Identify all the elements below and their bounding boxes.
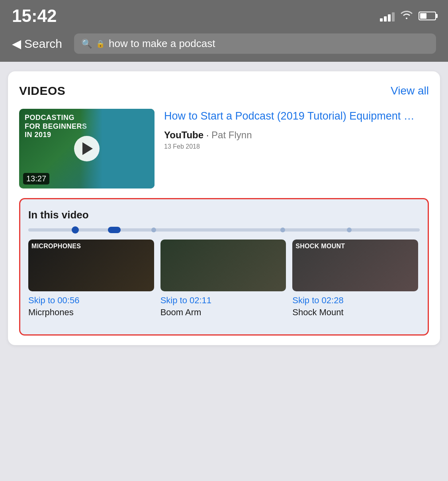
nav-bar: ◀ Search 🔍 🔒 how to make a podcast <box>0 29 448 62</box>
clip-thumbnail-boom[interactable] <box>160 240 286 291</box>
play-triangle-icon <box>82 142 93 155</box>
back-button[interactable]: ◀ Search <box>12 37 62 51</box>
status-icons <box>380 10 436 23</box>
video-duration: 13:27 <box>23 173 49 185</box>
status-bar: 15:42 <box>0 0 448 29</box>
main-video-item: PODCASTINGFOR BEGINNERSin 2019 13:27 How… <box>19 109 429 188</box>
clip-skip-boom[interactable]: Skip to 02:11 <box>160 295 286 306</box>
play-button[interactable] <box>74 136 100 161</box>
in-this-video-section: In this video MICROPHONES S <box>19 198 429 336</box>
progress-dot-4 <box>280 228 285 232</box>
clip-item-microphones: MICROPHONES Skip to 00:56 Micrphones <box>28 240 154 326</box>
clips-row: MICROPHONES Skip to 00:56 Micrphones Ski… <box>28 240 420 326</box>
main-content: VIDEOS View all PODCASTINGFOR BEGINNERSi… <box>0 62 448 355</box>
video-title[interactable]: How to Start a Podcast (2019 Tutorial) E… <box>164 109 429 124</box>
clip-item-boom: Skip to 02:11 Boom Arm <box>160 240 286 326</box>
clip-item-shock: SHOCK MOUNT Skip to 02:28 Shock Mount <box>292 240 418 326</box>
wifi-icon <box>400 10 413 23</box>
videos-card: VIDEOS View all PODCASTINGFOR BEGINNERSi… <box>8 71 440 345</box>
clip-thumbnail-microphones[interactable]: MICROPHONES <box>28 240 154 291</box>
clip-skip-microphones[interactable]: Skip to 00:56 <box>28 295 154 306</box>
video-info: How to Start a Podcast (2019 Tutorial) E… <box>164 109 429 150</box>
progress-dot-2 <box>108 227 121 233</box>
progress-dot-5 <box>347 228 352 232</box>
video-source: YouTube <box>164 130 203 140</box>
back-label: Search <box>24 37 62 51</box>
video-meta: YouTube · Pat Flynn <box>164 130 429 141</box>
video-author: Pat Flynn <box>211 130 252 140</box>
view-all-button[interactable]: View all <box>391 84 429 97</box>
clip-skip-shock[interactable]: Skip to 02:28 <box>292 295 418 306</box>
progress-dot-3 <box>151 228 156 232</box>
video-thumbnail[interactable]: PODCASTINGFOR BEGINNERSin 2019 13:27 <box>19 109 155 188</box>
clip-name-microphones: Micrphones <box>28 307 154 318</box>
videos-section-title: VIDEOS <box>19 84 65 98</box>
videos-header: VIDEOS View all <box>19 84 429 98</box>
progress-track <box>28 228 420 232</box>
clip-name-shock: Shock Mount <box>292 307 418 318</box>
video-date: 13 Feb 2018 <box>164 143 429 150</box>
lock-icon: 🔒 <box>96 39 105 48</box>
clip-label-shock: SHOCK MOUNT <box>295 243 345 250</box>
battery-icon <box>419 12 436 20</box>
in-video-title: In this video <box>28 209 420 221</box>
search-icon: 🔍 <box>81 39 92 49</box>
clip-name-boom: Boom Arm <box>160 307 286 318</box>
clip-label-microphones: MICROPHONES <box>31 243 81 250</box>
clip-thumbnail-shock[interactable]: SHOCK MOUNT <box>292 240 418 291</box>
meta-separator: · <box>206 130 211 140</box>
progress-dot-1 <box>72 226 79 234</box>
status-time: 15:42 <box>12 7 57 25</box>
back-arrow-icon: ◀ <box>12 37 21 51</box>
search-bar[interactable]: 🔍 🔒 how to make a podcast <box>74 33 436 54</box>
search-query-text: how to make a podcast <box>109 37 215 50</box>
signal-icon <box>380 10 395 22</box>
